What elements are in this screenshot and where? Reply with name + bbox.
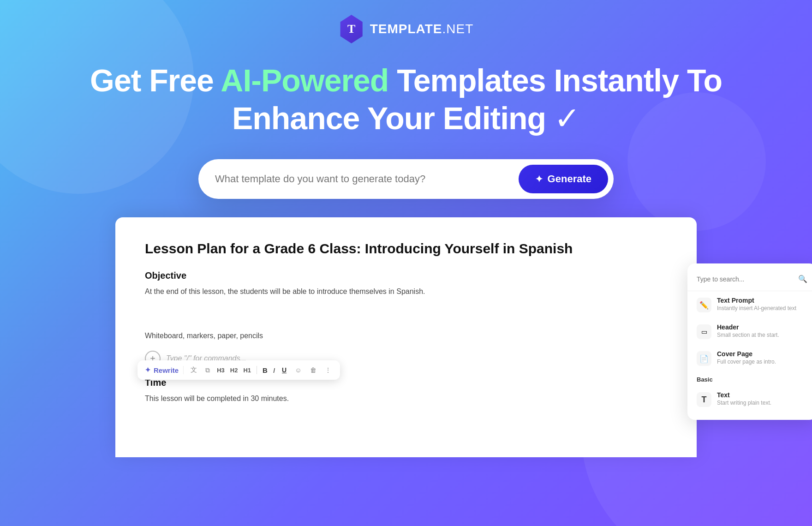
cover-page-desc: Full cover page as intro. [717,359,776,365]
headline-line2: Enhance Your Editing [232,101,546,136]
emoji-icon[interactable]: ☺ [293,365,303,375]
document-title: Lesson Plan for a Grade 6 Class: Introdu… [145,239,667,257]
dropdown-item-text-prompt[interactable]: ✏️ Text Prompt Instantly insert AI-gener… [687,291,812,318]
headline-highlight: AI-Powered [221,63,388,98]
italic-button[interactable]: I [273,366,275,374]
h3-button[interactable]: H3 [217,367,225,374]
h2-button[interactable]: H2 [230,367,238,374]
document-panel: Lesson Plan for a Grade 6 Class: Introdu… [115,217,697,457]
h1-button[interactable]: H1 [243,367,251,374]
headline-text: Get Free AI-Powered Templates Instantly … [90,62,722,137]
logo-name: TEMPLATE [370,22,442,36]
generate-button[interactable]: ✦ Generate [519,165,608,193]
rewrite-button[interactable]: ✦ Rewrite [145,366,184,374]
text-prompt-desc: Instantly insert AI-generated text [717,305,796,311]
text-prompt-info: Text Prompt Instantly insert AI-generate… [717,297,796,311]
cover-page-icon: 📄 [697,351,711,366]
content-area: Lesson Plan for a Grade 6 Class: Introdu… [115,217,697,457]
logo-letter: T [347,22,355,36]
translate-icon[interactable]: 文 [189,365,198,375]
section1-heading: Objective [145,270,667,281]
header-title: Header [717,323,779,331]
text-basic-icon: T [697,392,711,407]
text-basic-info: Text Start writing plain text. [717,391,771,406]
headline-line1-pre: Get Free [90,63,221,98]
text-basic-desc: Start writing plain text. [717,400,771,406]
sparkle-icon: ✦ [535,173,543,185]
basic-section-label: Basic [687,371,812,386]
section2-text: This lesson will be completed in 30 minu… [145,393,667,405]
section1-text: At the end of this lesson, the students … [145,286,667,298]
header-desc: Small section at the start. [717,332,779,338]
bold-button[interactable]: B [263,366,268,374]
background: T TEMPLATE.NET Get Free AI-Powered Templ… [0,0,812,526]
dropdown-search-icon: 🔍 [798,275,807,283]
dropdown-item-header[interactable]: ▭ Header Small section at the start. [687,318,812,345]
logo-wordmark: TEMPLATE.NET [370,22,474,36]
text-prompt-title: Text Prompt [717,297,796,304]
search-input[interactable] [215,173,511,185]
dropdown-search-input[interactable] [697,275,794,283]
toolbar-separator [257,366,257,374]
materials-text: Whiteboard, markers, paper, pencils [145,330,667,342]
more-options-icon[interactable]: ⋮ [323,365,333,375]
header-icon: ▭ [697,324,711,339]
delete-icon[interactable]: 🗑 [309,365,318,375]
dropdown-search-area: 🔍 [687,271,812,291]
logo-badge: T [339,15,364,43]
dropdown-item-cover-page[interactable]: 📄 Cover Page Full cover page as intro. [687,345,812,371]
formatting-toolbar: ✦ Rewrite 文 ⧉ H3 H2 H1 B I U ☺ 🗑 ⋮ [137,360,340,380]
rewrite-star-icon: ✦ [145,366,151,374]
cover-page-info: Cover Page Full cover page as intro. [717,350,776,365]
headline: Get Free AI-Powered Templates Instantly … [62,62,750,137]
search-container: ✦ Generate [198,159,614,199]
logo-area: T TEMPLATE.NET [339,15,474,43]
text-prompt-icon: ✏️ [697,298,711,312]
headline-checkmark: ✓ [546,101,580,136]
logo-suffix: .NET [442,22,474,36]
headline-line1-post: Templates Instantly To [388,63,722,98]
dropdown-item-text[interactable]: T Text Start writing plain text. [687,386,812,412]
underline-button[interactable]: U [281,365,288,375]
rewrite-label: Rewrite [154,366,179,374]
copy-icon[interactable]: ⧉ [204,365,211,375]
command-dropdown: 🔍 ✏️ Text Prompt Instantly insert AI-gen… [687,263,812,420]
text-basic-title: Text [717,391,771,399]
cover-page-title: Cover Page [717,350,776,358]
generate-label: Generate [548,173,591,185]
header-info: Header Small section at the start. [717,323,779,338]
